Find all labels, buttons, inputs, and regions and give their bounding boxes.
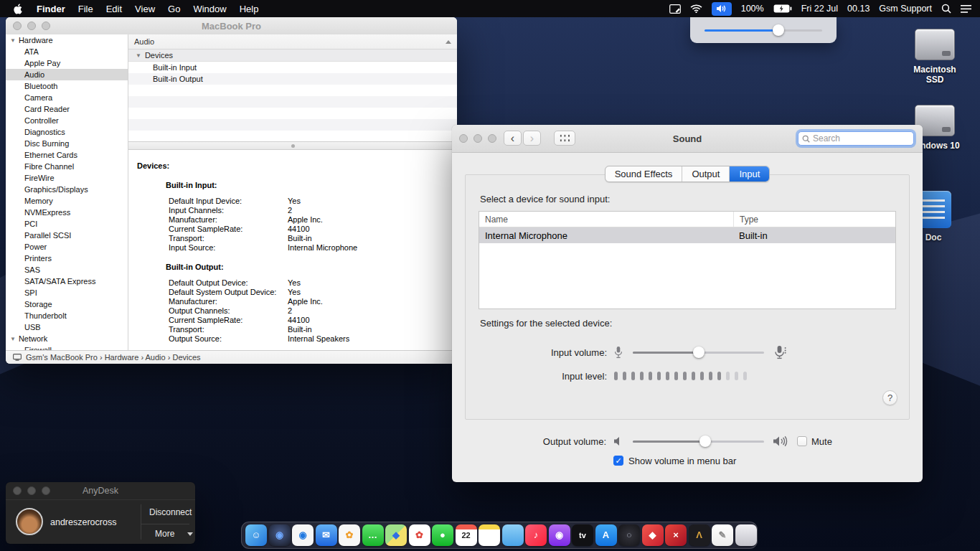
- sidebar-item-ethernet-cards[interactable]: Ethernet Cards: [6, 149, 128, 161]
- mute-checkbox[interactable]: [797, 436, 807, 446]
- finder-icon[interactable]: ☺: [245, 524, 267, 546]
- sidebar-item-pci[interactable]: PCI: [6, 218, 128, 230]
- notes-icon[interactable]: [479, 524, 500, 546]
- menu-help[interactable]: Help: [240, 4, 259, 14]
- menu-window[interactable]: Window: [193, 4, 226, 14]
- tab-sound-effects[interactable]: Sound Effects: [606, 166, 682, 182]
- minimize-button[interactable]: [27, 486, 36, 495]
- textedit-icon[interactable]: ✎: [712, 524, 733, 546]
- zoom-button[interactable]: [42, 486, 50, 495]
- messages-icon[interactable]: …: [362, 524, 384, 546]
- volume-hud-slider-thumb[interactable]: [773, 24, 784, 36]
- column-header-audio[interactable]: Audio: [128, 34, 457, 50]
- more-button[interactable]: More: [155, 529, 193, 539]
- tv-icon[interactable]: tv: [572, 524, 593, 546]
- photo-booth-icon[interactable]: ✿: [409, 524, 430, 546]
- output-volume-slider[interactable]: [633, 435, 764, 447]
- sidebar-item-power[interactable]: Power: [6, 241, 128, 253]
- minimize-button[interactable]: [27, 22, 36, 30]
- battery-icon[interactable]: [773, 4, 792, 13]
- photos-icon[interactable]: ✿: [339, 524, 360, 546]
- table-header[interactable]: Name Type: [479, 212, 895, 227]
- volume-hud-slider[interactable]: [705, 24, 822, 36]
- sidebar-section-hardware[interactable]: ▼Hardware: [6, 34, 128, 46]
- disclosure-triangle-icon[interactable]: ▼: [136, 52, 141, 59]
- sidebar-item-controller[interactable]: Controller: [6, 115, 128, 126]
- disconnect-button[interactable]: Disconnect: [149, 507, 192, 517]
- red-app-icon[interactable]: ◆: [642, 524, 664, 546]
- disclosure-triangle-icon[interactable]: ▼: [10, 336, 16, 342]
- device-row-built-in-output[interactable]: Built-in Output: [128, 73, 457, 85]
- sidebar-item-camera[interactable]: Camera: [6, 92, 128, 103]
- desktop-icon-macintosh-ssd[interactable]: Macintosh SSD: [910, 29, 960, 85]
- sidebar-section-network[interactable]: ▼Network: [6, 333, 128, 344]
- close-button[interactable]: [459, 134, 468, 143]
- sidebar-item-thunderbolt[interactable]: Thunderbolt: [6, 310, 128, 321]
- menu-edit[interactable]: Edit: [106, 4, 122, 14]
- menu-file[interactable]: File: [78, 4, 93, 14]
- sidebar-item-nvmexpress[interactable]: NVMExpress: [6, 207, 128, 218]
- sidebar-item-fibre-channel[interactable]: Fibre Channel: [6, 161, 128, 172]
- device-row-built-in-input[interactable]: Built-in Input: [128, 62, 457, 73]
- zoom-button[interactable]: [488, 134, 496, 143]
- search-input[interactable]: Search: [798, 131, 914, 146]
- help-button[interactable]: ?: [882, 390, 897, 405]
- siri-icon[interactable]: ◉: [269, 524, 291, 546]
- podcasts-icon[interactable]: ◉: [549, 524, 570, 546]
- column-name[interactable]: Name: [479, 215, 733, 225]
- sound-toolbar[interactable]: ‹ › Sound Search: [452, 125, 923, 153]
- forward-button[interactable]: ›: [523, 131, 541, 146]
- sidebar-item-memory[interactable]: Memory: [6, 195, 128, 207]
- column-type[interactable]: Type: [733, 212, 895, 227]
- tab-output[interactable]: Output: [682, 166, 729, 182]
- notification-center-icon[interactable]: [961, 5, 971, 13]
- pane-splitter[interactable]: [128, 141, 457, 150]
- facetime-icon[interactable]: ●: [432, 524, 453, 546]
- menu-bar-user[interactable]: Gsm Support: [879, 4, 932, 14]
- sidebar-item-graphics-displays[interactable]: Graphics/Displays: [6, 184, 128, 195]
- sidebar-item-diagnostics[interactable]: Diagnostics: [6, 126, 128, 138]
- input-volume-slider-thumb[interactable]: [693, 347, 705, 358]
- back-button[interactable]: ‹: [504, 131, 522, 146]
- table-row[interactable]: Internal MicrophoneBuilt-in: [479, 227, 895, 243]
- calendar-icon[interactable]: 22: [456, 524, 477, 546]
- menu-finder[interactable]: Finder: [37, 4, 65, 14]
- sidebar-item-spi[interactable]: SPI: [6, 287, 128, 298]
- folder-icon[interactable]: [502, 524, 524, 546]
- sidebar-item-apple-pay[interactable]: Apple Pay: [6, 57, 128, 69]
- volume-menu-icon[interactable]: [712, 2, 732, 16]
- maps-icon[interactable]: ◆: [385, 524, 407, 546]
- apple-menu-icon[interactable]: [13, 3, 24, 15]
- wifi-icon[interactable]: [690, 4, 702, 13]
- sidebar-item-bluetooth[interactable]: Bluetooth: [6, 80, 128, 92]
- minimize-button[interactable]: [473, 134, 482, 143]
- sidebar-item-usb[interactable]: USB: [6, 321, 128, 333]
- music-icon[interactable]: ♪: [525, 524, 547, 546]
- close-button[interactable]: [13, 22, 22, 30]
- menu-go[interactable]: Go: [168, 4, 180, 14]
- sidebar-item-audio[interactable]: Audio: [6, 69, 128, 80]
- menu-bar-date[interactable]: Fri 22 Jul: [801, 4, 838, 14]
- system-info-title-bar[interactable]: MacBook Pro: [6, 17, 457, 35]
- sidebar-item-printers[interactable]: Printers: [6, 253, 128, 264]
- disclosure-triangle-icon[interactable]: ▼: [10, 37, 16, 44]
- sidebar-item-parallel-scsi[interactable]: Parallel SCSI: [6, 230, 128, 241]
- sidebar-item-ata[interactable]: ATA: [6, 46, 128, 57]
- trash-icon[interactable]: [735, 524, 757, 546]
- mail-icon[interactable]: ✉: [316, 524, 337, 546]
- sidebar-item-firewire[interactable]: FireWire: [6, 172, 128, 184]
- menu-bar-time[interactable]: 00.13: [847, 4, 870, 14]
- app-store-icon[interactable]: A: [595, 524, 617, 546]
- output-volume-slider-thumb[interactable]: [699, 435, 711, 447]
- zoom-button[interactable]: [42, 22, 50, 30]
- splitter-handle[interactable]: [291, 144, 295, 148]
- anydesk-title-bar[interactable]: AnyDesk: [6, 482, 195, 500]
- devices-group-row[interactable]: ▼ Devices: [128, 50, 457, 62]
- spotlight-search-icon[interactable]: [941, 4, 951, 14]
- tab-input[interactable]: Input: [729, 166, 769, 182]
- show-all-button[interactable]: [554, 131, 575, 146]
- sidebar-item-disc-burning[interactable]: Disc Burning: [6, 138, 128, 149]
- screen-share-icon[interactable]: [669, 4, 681, 14]
- sidebar-item-storage[interactable]: Storage: [6, 298, 128, 310]
- input-volume-slider[interactable]: [633, 347, 764, 358]
